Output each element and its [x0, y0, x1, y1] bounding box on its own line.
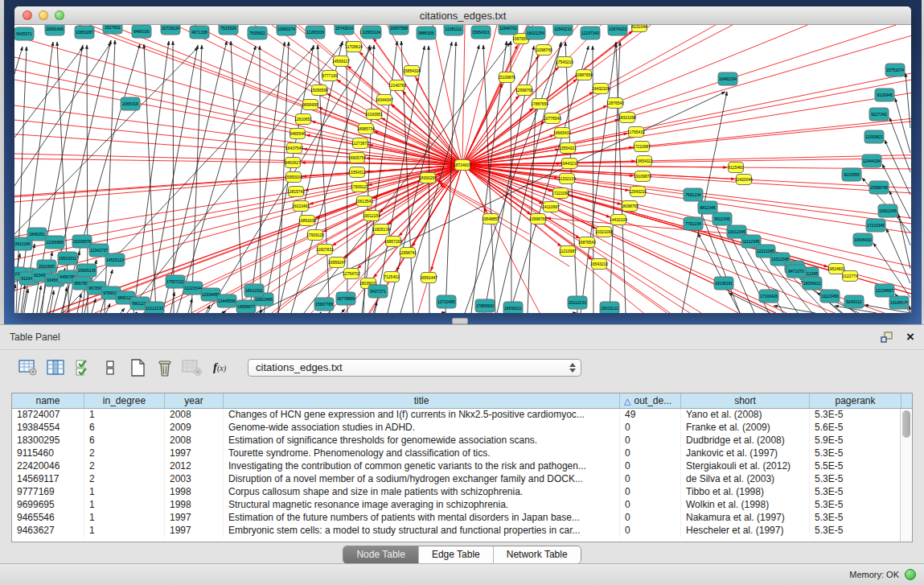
- table-cell[interactable]: 0: [620, 473, 681, 486]
- table-cell[interactable]: 2008: [165, 435, 224, 447]
- table-row[interactable]: 2242004622012Investigating the contribut…: [12, 460, 912, 473]
- column-header-in-degree[interactable]: in_degree: [84, 393, 165, 408]
- table-row[interactable]: 946554611997Estimation of the future num…: [12, 512, 912, 525]
- table-cell[interactable]: 5.3E-5: [810, 525, 901, 538]
- table-cell[interactable]: Yano et al. (2008): [681, 409, 810, 422]
- delete-column-icon[interactable]: [151, 356, 179, 380]
- table-settings-icon[interactable]: [14, 356, 42, 380]
- new-column-icon[interactable]: [124, 356, 151, 380]
- table-cell[interactable]: 2009: [165, 422, 224, 435]
- table-cell[interactable]: 49: [620, 409, 681, 422]
- table-cell[interactable]: 5.6E-5: [810, 422, 901, 435]
- table-cell[interactable]: 2: [84, 473, 165, 486]
- table-cell[interactable]: 9777169: [12, 486, 84, 499]
- table-cell[interactable]: 5.3E-5: [810, 499, 901, 512]
- delete-table-icon[interactable]: [179, 356, 206, 380]
- table-cell[interactable]: 0: [620, 525, 681, 538]
- network-canvas[interactable]: 1938455411709624145691179777169150565999…: [14, 25, 911, 313]
- table-cell[interactable]: 1: [84, 499, 165, 512]
- tab-network-table[interactable]: Network Table: [494, 546, 581, 563]
- table-columns-icon[interactable]: [42, 356, 69, 380]
- table-row[interactable]: 1872400712008Changes of HCN gene express…: [12, 409, 912, 422]
- table-cell[interactable]: 1: [84, 409, 165, 422]
- table-cell[interactable]: Estimation of significance thresholds fo…: [224, 435, 620, 447]
- tab-node-table[interactable]: Node Table: [343, 546, 419, 563]
- table-cell[interactable]: 22420046: [12, 460, 84, 473]
- column-header-name[interactable]: name: [12, 393, 84, 408]
- table-cell[interactable]: 5.3E-5: [810, 473, 901, 486]
- table-cell[interactable]: 5.5E-5: [810, 460, 901, 473]
- table-cell[interactable]: 5.3E-5: [810, 409, 901, 422]
- table-cell[interactable]: Corpus callosum shape and size in male p…: [224, 486, 620, 499]
- table-cell[interactable]: 0: [620, 460, 681, 473]
- row-height-icon[interactable]: [97, 356, 124, 380]
- close-button[interactable]: [23, 10, 32, 20]
- memory-status-indicator[interactable]: [905, 569, 916, 580]
- table-cell[interactable]: 2003: [165, 473, 224, 486]
- table-cell[interactable]: 9465546: [12, 512, 84, 525]
- zoom-button[interactable]: [55, 10, 64, 20]
- table-cell[interactable]: Tourette syndrome. Phenomenology and cla…: [224, 447, 620, 460]
- table-cell[interactable]: 6: [84, 435, 165, 447]
- table-cell[interactable]: 18300295: [12, 435, 84, 447]
- table-cell[interactable]: 2: [84, 447, 165, 460]
- table-scrollbar[interactable]: [900, 409, 912, 542]
- table-cell[interactable]: 0: [620, 422, 681, 435]
- scrollbar-thumb[interactable]: [902, 410, 910, 438]
- table-cell[interactable]: 5.3E-5: [810, 447, 901, 460]
- select-rows-icon[interactable]: [69, 356, 97, 380]
- table-cell[interactable]: de Silva et al. (2003): [681, 473, 810, 486]
- table-row[interactable]: 946362711997Embryonic stem cells: a mode…: [12, 525, 912, 538]
- table-cell[interactable]: 14569117: [12, 473, 84, 486]
- table-cell[interactable]: Franke et al. (2009): [681, 422, 810, 435]
- table-cell[interactable]: 19384554: [12, 422, 84, 435]
- table-cell[interactable]: Structural magnetic resonance image aver…: [224, 499, 620, 512]
- table-cell[interactable]: Disruption of a novel member of a sodium…: [224, 473, 620, 486]
- panel-splitter-handle[interactable]: [452, 318, 468, 324]
- table-cell[interactable]: 1998: [165, 499, 224, 512]
- table-row[interactable]: 1456911722003Disruption of a novel membe…: [12, 473, 912, 486]
- float-panel-icon[interactable]: [881, 332, 893, 343]
- column-header-pagerank[interactable]: pagerank: [810, 393, 901, 408]
- table-cell[interactable]: 1: [84, 486, 165, 499]
- table-cell[interactable]: Wolkin et al. (1998): [681, 499, 810, 512]
- table-cell[interactable]: 2: [84, 460, 165, 473]
- table-select-dropdown[interactable]: citations_edges.txt: [248, 359, 581, 377]
- table-cell[interactable]: 6: [84, 422, 165, 435]
- table-cell[interactable]: 1: [84, 525, 165, 538]
- column-header-title[interactable]: title: [224, 393, 620, 408]
- table-row[interactable]: 1830029562008Estimation of significance …: [12, 435, 912, 447]
- table-row[interactable]: 977716911998Corpus callosum shape and si…: [12, 486, 912, 499]
- table-row[interactable]: 969969511998Structural magnetic resonanc…: [12, 499, 912, 512]
- table-cell[interactable]: 9115460: [12, 447, 84, 460]
- table-cell[interactable]: Embryonic stem cells: a model to study s…: [224, 525, 620, 538]
- table-cell[interactable]: Investigating the contribution of common…: [224, 460, 620, 473]
- table-cell[interactable]: Estimation of the future numbers of pati…: [224, 512, 620, 525]
- table-cell[interactable]: Jankovic et al. (1997): [681, 447, 810, 460]
- table-cell[interactable]: 5.3E-5: [810, 512, 901, 525]
- window-titlebar[interactable]: citations_edges.txt: [14, 6, 911, 25]
- table-cell[interactable]: Stergiakouli et al. (2012): [681, 460, 810, 473]
- table-cell[interactable]: 2008: [165, 409, 224, 422]
- table-row[interactable]: 1938455462009Genome-wide association stu…: [12, 422, 912, 435]
- table-cell[interactable]: Tibbo et al. (1998): [681, 486, 810, 499]
- table-cell[interactable]: 0: [620, 499, 681, 512]
- column-header-out-de-[interactable]: △out_de...: [620, 393, 681, 408]
- table-cell[interactable]: Dudbridge et al. (2008): [681, 435, 810, 447]
- table-cell[interactable]: 0: [620, 512, 681, 525]
- table-cell[interactable]: 0: [620, 447, 681, 460]
- minimize-button[interactable]: [39, 10, 48, 20]
- column-header-short[interactable]: short: [681, 393, 810, 408]
- table-cell[interactable]: 1997: [165, 447, 224, 460]
- table-cell[interactable]: 1997: [165, 512, 224, 525]
- table-cell[interactable]: Genome-wide association studies in ADHD.: [224, 422, 620, 435]
- table-cell[interactable]: 9463627: [12, 525, 84, 538]
- table-cell[interactable]: 5.3E-5: [810, 486, 901, 499]
- table-cell[interactable]: 0: [620, 435, 681, 447]
- table-cell[interactable]: 0: [620, 486, 681, 499]
- table-cell[interactable]: 18724007: [12, 409, 84, 422]
- table-cell[interactable]: 2012: [165, 460, 224, 473]
- function-icon[interactable]: f(x): [206, 356, 233, 380]
- table-cell[interactable]: 1: [84, 512, 165, 525]
- table-cell[interactable]: 1998: [165, 486, 224, 499]
